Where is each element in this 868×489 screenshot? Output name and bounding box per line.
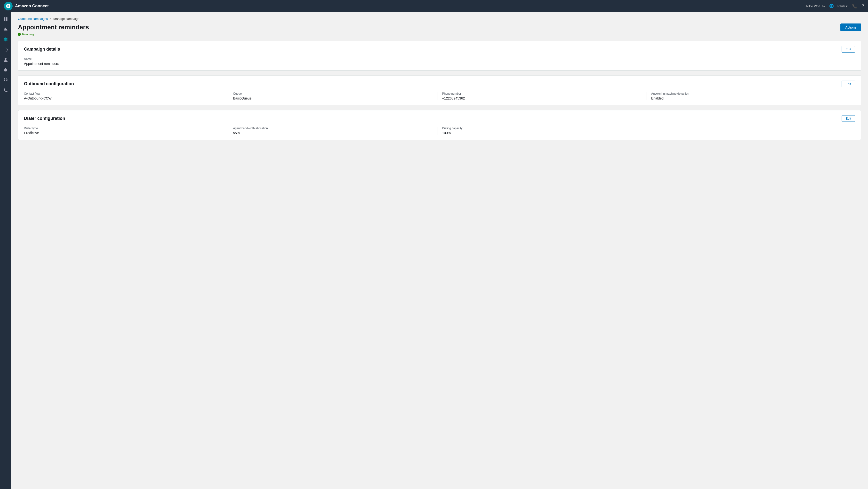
campaign-name-value: Appointment reminders (24, 62, 855, 66)
page-header: Appointment reminders Running Actions (18, 24, 861, 36)
dialing-capacity-field: Dialing capacity 100% (437, 127, 646, 135)
amd-label: Answering machine detection (651, 92, 850, 95)
user-name: Nikki Wolf (806, 4, 820, 8)
campaign-name-field: Name Appointment reminders (24, 57, 855, 66)
contact-flow-value: A-Outbound-CCW (24, 96, 223, 100)
sidebar-item-routing[interactable] (1, 35, 10, 44)
breadcrumb-current: Manage campaign (54, 17, 80, 21)
campaign-details-header: Campaign details Edit (24, 46, 855, 53)
dialing-capacity-label: Dialing capacity (442, 127, 641, 130)
actions-button[interactable]: Actions (840, 24, 861, 31)
queue-value: BasicQueue (233, 96, 432, 100)
campaign-details-card: Campaign details Edit Name Appointment r… (18, 41, 861, 71)
bandwidth-label: Agent bandwidth allocation (233, 127, 432, 130)
app-title: Amazon Connect (15, 4, 49, 8)
amd-field: Answering machine detection Enabled (646, 92, 855, 100)
bandwidth-field: Agent bandwidth allocation 55% (228, 127, 437, 135)
outbound-config-title: Outbound configuration (24, 82, 74, 87)
dialer-type-label: Dialer type (24, 127, 223, 130)
phone-number-field: Phone number +12268945362 (437, 92, 646, 100)
dialer-type-field: Dialer type Predictive (24, 127, 228, 135)
queue-field: Queue BasicQueue (228, 92, 437, 100)
outbound-config-header: Outbound configuration Edit (24, 80, 855, 87)
main-layout: Outbound campaigns > Manage campaign App… (0, 12, 868, 489)
phone-number-label: Phone number (442, 92, 641, 95)
contact-flow-field: Contact flow A-Outbound-CCW (24, 92, 228, 100)
sidebar-item-dashboard[interactable] (1, 14, 10, 24)
topnav-left: Amazon Connect (4, 2, 49, 10)
page-header-left: Appointment reminders Running (18, 24, 89, 36)
dialer-config-fields: Dialer type Predictive Agent bandwidth a… (24, 127, 855, 135)
svg-rect-1 (6, 18, 7, 19)
campaign-details-edit-button[interactable]: Edit (842, 46, 855, 53)
sidebar-item-phone[interactable] (1, 86, 10, 95)
dialing-capacity-value: 100% (442, 131, 641, 135)
contact-flow-label: Contact flow (24, 92, 223, 95)
status-badge: Running (18, 32, 89, 36)
breadcrumb: Outbound campaigns > Manage campaign (18, 17, 861, 21)
user-menu[interactable]: Nikki Wolf ↪ (806, 4, 825, 8)
outbound-config-fields: Contact flow A-Outbound-CCW Queue BasicQ… (24, 92, 855, 100)
page-title: Appointment reminders (18, 24, 89, 31)
sidebar-item-analytics[interactable] (1, 25, 10, 34)
breadcrumb-separator: > (50, 17, 52, 21)
svg-rect-3 (6, 20, 7, 21)
signout-icon[interactable]: ↪ (822, 4, 825, 8)
topnav-right: Nikki Wolf ↪ 🌐 English ▾ 📞 ? (806, 3, 864, 9)
phone-icon[interactable]: 📞 (852, 3, 857, 9)
breadcrumb-parent-link[interactable]: Outbound campaigns (18, 17, 48, 21)
help-icon[interactable]: ? (862, 4, 864, 8)
dialer-config-card: Dialer configuration Edit Dialer type Pr… (18, 110, 861, 140)
svg-rect-2 (4, 20, 6, 21)
queue-label: Queue (233, 92, 432, 95)
language-selector[interactable]: 🌐 English ▾ (829, 4, 848, 8)
language-label: English (835, 4, 845, 8)
outbound-config-card: Outbound configuration Edit Contact flow… (18, 75, 861, 105)
language-dropdown-icon: ▾ (846, 4, 848, 8)
campaign-details-title: Campaign details (24, 47, 60, 52)
dialer-config-title: Dialer configuration (24, 116, 65, 121)
dialer-config-edit-button[interactable]: Edit (842, 115, 855, 122)
topnav: Amazon Connect Nikki Wolf ↪ 🌐 English ▾ … (0, 0, 868, 12)
content-area: Outbound campaigns > Manage campaign App… (11, 12, 868, 489)
bandwidth-value: 55% (233, 131, 432, 135)
sidebar-item-notifications[interactable] (1, 65, 10, 74)
dialer-type-value: Predictive (24, 131, 223, 135)
status-label: Running (22, 32, 34, 36)
campaign-name-label: Name (24, 57, 855, 61)
svg-rect-0 (4, 18, 6, 19)
sidebar (0, 12, 11, 489)
app-logo (4, 2, 12, 10)
dialer-config-header: Dialer configuration Edit (24, 115, 855, 122)
sidebar-item-headset[interactable] (1, 75, 10, 85)
amd-value: Enabled (651, 96, 850, 100)
sidebar-item-campaigns[interactable] (1, 45, 10, 54)
phone-number-value: +12268945362 (442, 96, 641, 100)
status-icon (18, 33, 21, 36)
globe-icon: 🌐 (829, 4, 834, 8)
outbound-config-edit-button[interactable]: Edit (842, 80, 855, 87)
sidebar-item-users[interactable] (1, 55, 10, 64)
